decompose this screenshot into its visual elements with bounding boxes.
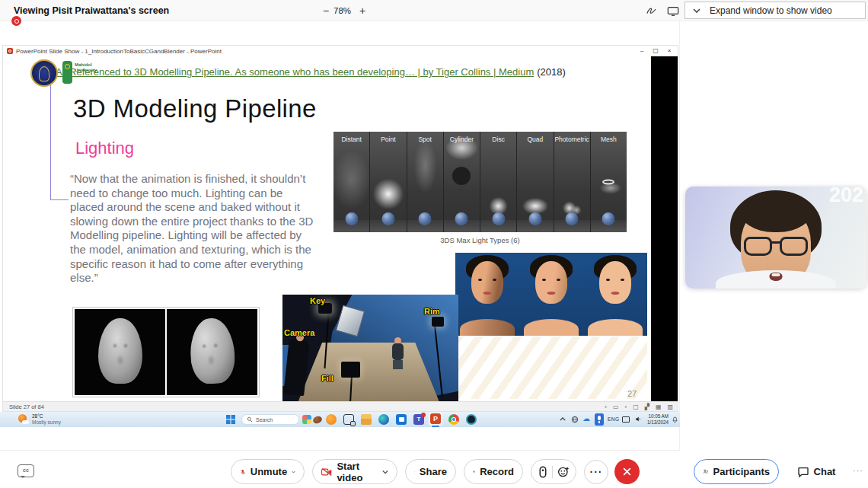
powerpoint-status-bar: Slide 27 of 84 ‹ ▭ › ▢ ▞ ▦ ▥ <box>3 401 678 411</box>
unmute-button[interactable]: Unmute <box>231 459 305 484</box>
remote-control-icon[interactable] <box>538 466 547 478</box>
studio-label-key: Key <box>310 296 325 305</box>
clock-time: 10:05 AM <box>643 413 669 419</box>
light-panel-spot: Spot <box>407 132 444 232</box>
taskbar-app-icon[interactable] <box>326 414 337 425</box>
network-icon[interactable] <box>571 416 579 423</box>
pen-settings-icon[interactable] <box>622 416 630 423</box>
light-panel-disc: Disc <box>480 132 517 232</box>
video-watermark: 202 <box>829 187 863 207</box>
weather-description: Mostly sunny <box>32 419 61 426</box>
leave-meeting-button[interactable] <box>614 459 640 484</box>
captions-button[interactable]: cc <box>18 464 34 477</box>
sports-widget-icon[interactable] <box>312 415 323 425</box>
slide-quote-text: “Now that the animation is finished, it … <box>70 172 317 285</box>
slideshow-options-button[interactable]: ▥ <box>667 402 673 412</box>
slide-header-link[interactable]: All Referenced to 3D Modelling Pipeline.… <box>56 66 534 78</box>
zoom-in-button[interactable]: + <box>355 4 370 18</box>
expand-window-label: Expand window to show video <box>710 5 832 16</box>
annotation-pen-button[interactable]: ▭ <box>613 402 619 412</box>
annotation-connector-line <box>50 82 51 200</box>
glasses <box>738 237 814 257</box>
task-view-icon[interactable] <box>343 414 354 425</box>
participants-button[interactable]: Participants <box>694 459 779 484</box>
face-photo <box>519 253 583 336</box>
weather-icon <box>18 413 29 424</box>
start-video-button[interactable]: Start video <box>312 459 397 484</box>
zoom-level: 78% <box>333 6 351 15</box>
share-screen-button[interactable]: Share <box>405 459 456 484</box>
light-panel-mesh: Mesh <box>591 132 627 232</box>
chat-button[interactable]: Chat <box>788 459 844 484</box>
mic-muted-icon <box>240 466 246 478</box>
participant-video-tile[interactable]: 202 <box>685 187 866 289</box>
annotate-icon[interactable] <box>646 5 661 18</box>
taskbar-app-icon[interactable] <box>466 414 477 425</box>
divider <box>552 466 553 478</box>
notifications-icon[interactable] <box>672 416 678 423</box>
reactions-icon[interactable] <box>557 466 570 478</box>
participants-icon <box>703 465 709 478</box>
recording-indicator-icon <box>11 16 21 26</box>
zoom-out-button[interactable]: − <box>318 4 333 18</box>
studio-label-rim: Rim <box>424 307 440 316</box>
windows-taskbar: 28°C Mostly sunny Search T P <box>0 412 680 427</box>
light-types-image: Distant Point Spot Cylinder Disc Quad Ph… <box>333 132 627 232</box>
file-explorer-icon[interactable] <box>361 414 372 425</box>
chrome-icon[interactable] <box>448 414 459 425</box>
presenter-view-button[interactable]: ▢ <box>633 402 639 412</box>
more-options-button[interactable]: ··· <box>584 460 608 484</box>
university-logo-icon <box>62 61 72 84</box>
start-button[interactable] <box>226 415 235 424</box>
onedrive-icon[interactable]: ☁ <box>582 414 590 423</box>
studio-label-camera: Camera <box>284 328 314 337</box>
face-photo <box>455 253 519 336</box>
head-render-angled <box>167 309 257 395</box>
widgets-icon[interactable] <box>302 415 311 424</box>
language-indicator[interactable]: ENG <box>608 416 620 422</box>
annotation-connector-line <box>50 199 69 200</box>
chat-icon <box>797 466 809 478</box>
record-button[interactable]: Record <box>464 459 523 484</box>
lighting-faces-image <box>455 253 647 336</box>
light-panel-point: Point <box>370 132 407 232</box>
clock-date: 1/13/2024 <box>643 419 669 426</box>
meeting-top-bar: Viewing Pisit Praiwattana's screen − 78%… <box>0 0 868 21</box>
taskbar-search[interactable]: Search <box>241 414 299 425</box>
weather-widget[interactable]: 28°C Mostly sunny <box>18 413 61 426</box>
light-types-caption: 3DS Max Light Types (6) <box>333 236 627 244</box>
slide-number: 27 <box>627 389 637 398</box>
search-label: Search <box>256 417 273 423</box>
share-icon <box>414 466 415 477</box>
restore-button[interactable]: ▢ <box>649 46 662 56</box>
slide-header-year: (2018) <box>537 66 566 78</box>
powerpoint-taskbar-icon-active[interactable]: P <box>429 413 442 426</box>
previous-slide-button[interactable]: ‹ <box>605 402 607 412</box>
chevron-down-icon[interactable] <box>292 470 295 474</box>
powerpoint-app-icon <box>7 48 13 54</box>
edge-browser-icon[interactable] <box>378 414 389 425</box>
microsoft-store-icon[interactable] <box>396 414 407 425</box>
powerpoint-title-bar: PowerPoint Slide Show - 1_IntroductionTo… <box>3 46 678 56</box>
volume-icon[interactable] <box>634 416 642 423</box>
next-slide-button[interactable]: › <box>624 402 627 412</box>
more-options-icon[interactable]: ··· <box>853 466 863 475</box>
slide-background-texture <box>455 336 647 399</box>
chevron-down-icon[interactable] <box>382 470 388 474</box>
active-app-indicator <box>432 426 439 427</box>
microphone-active-icon[interactable] <box>595 413 604 426</box>
head-render-front <box>75 309 165 395</box>
close-button[interactable]: × <box>662 46 676 56</box>
weather-temperature: 28°C <box>32 413 61 419</box>
zoom-slide-button[interactable]: ▞ <box>645 402 649 412</box>
search-icon <box>247 416 253 423</box>
see-all-slides-button[interactable]: ▦ <box>656 402 662 412</box>
shared-screen-area: PowerPoint Slide Show - 1_IntroductionTo… <box>0 21 680 451</box>
expand-window-dropdown[interactable]: Expand window to show video <box>685 2 866 19</box>
tray-expand-icon[interactable] <box>560 417 566 421</box>
minimize-button[interactable]: – <box>635 46 649 56</box>
powerpoint-window: PowerPoint Slide Show - 1_IntroductionTo… <box>2 45 678 412</box>
view-mode-icon[interactable] <box>667 5 682 18</box>
taskbar-clock[interactable]: 10:05 AM 1/13/2024 <box>643 413 669 426</box>
studio-lighting-photo: Key Camera Rim Fill <box>282 295 458 403</box>
